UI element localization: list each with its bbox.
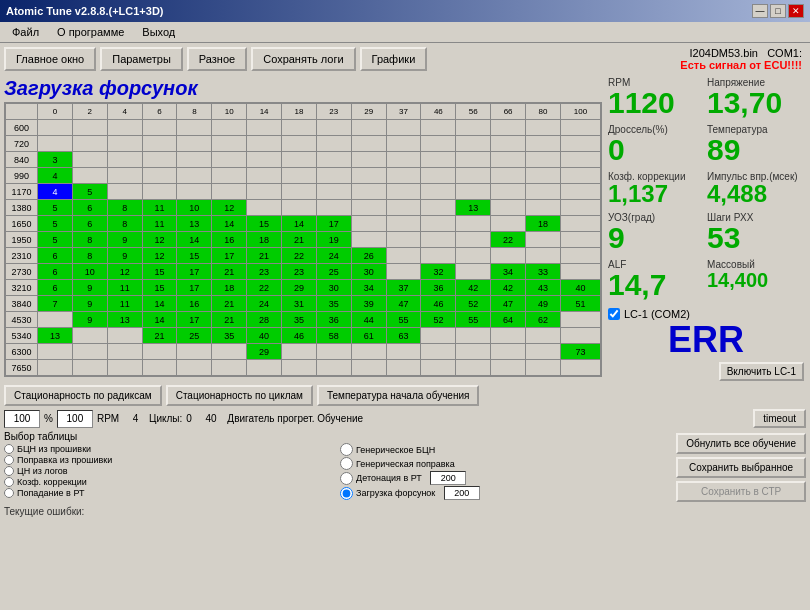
rpm-label-bottom: RPM bbox=[97, 413, 119, 424]
steps-block: Шаги РХХ 53 bbox=[707, 212, 804, 253]
rpm-value: 1120 bbox=[608, 88, 705, 118]
menu-about[interactable]: О программе bbox=[49, 24, 132, 40]
table-selection: Выбор таблицы БЦН из прошивки Поправка и… bbox=[4, 431, 332, 502]
engine-text: Двигатель прогрет. Обучение bbox=[227, 413, 363, 424]
right-panel: RPM 1120 Напряжение 13,70 Дроссель(%) 0 … bbox=[606, 75, 806, 383]
throttle-block: Дроссель(%) 0 bbox=[608, 124, 705, 165]
fuel-table: 0246810141823293746566680100600720840399… bbox=[5, 103, 601, 376]
cycles-value: 0 bbox=[186, 413, 192, 424]
action-buttons: Обнулить все обучение Сохранить выбранно… bbox=[676, 433, 806, 502]
radio-coeff[interactable]: Козф. коррекции bbox=[4, 477, 332, 487]
throttle-value: 0 bbox=[608, 135, 705, 165]
ecu-signal: Есть сигнал от ECU!!!! bbox=[680, 59, 802, 71]
correction-value: 1,137 bbox=[608, 182, 705, 206]
radio-group-left: БЦН из прошивки Поправка из прошивки ЦН … bbox=[4, 444, 332, 498]
radio-correction[interactable]: Поправка из прошивки bbox=[4, 455, 332, 465]
det-input1[interactable] bbox=[430, 471, 466, 485]
radio-load[interactable]: Загрузка форсунок bbox=[340, 486, 668, 500]
val-40: 40 bbox=[205, 413, 216, 424]
close-button[interactable]: ✕ bbox=[788, 4, 804, 18]
metrics-grid: RPM 1120 Напряжение 13,70 Дроссель(%) 0 … bbox=[608, 77, 804, 304]
radio-gen-bcn[interactable]: Генерическое БЦН bbox=[340, 443, 668, 456]
toolbar: Главное окно Параметры Разное Сохранять … bbox=[0, 43, 810, 75]
grid-container: 0246810141823293746566680100600720840399… bbox=[4, 102, 602, 377]
timeout-button[interactable]: timeout bbox=[753, 409, 806, 428]
right-options: Генерическое БЦН Генерическая поправка Д… bbox=[340, 431, 668, 502]
radio-gen-correction[interactable]: Генерическая поправка bbox=[340, 457, 668, 470]
pct-label: % bbox=[44, 413, 53, 424]
stationary-row: Стационарность по радиксам Стационарност… bbox=[4, 385, 806, 406]
errors-row: Текущие ошибки: bbox=[4, 506, 806, 517]
uoz-value: 9 bbox=[608, 223, 705, 253]
errors-label: Текущие ошибки: bbox=[4, 506, 84, 517]
params-button[interactable]: Параметры bbox=[100, 47, 183, 71]
bottom-section: Стационарность по радиксам Стационарност… bbox=[0, 383, 810, 519]
toolbar-info: I204DM53.bin COM1: Есть сигнал от ECU!!!… bbox=[680, 47, 806, 71]
temp-block: Температура 89 bbox=[707, 124, 804, 165]
voltage-block: Напряжение 13,70 bbox=[707, 77, 804, 118]
page-title: Загрузка форсунок bbox=[4, 77, 602, 100]
temp-button[interactable]: Температура начала обучения bbox=[317, 385, 480, 406]
lc1-checkbox[interactable] bbox=[608, 308, 620, 320]
lc1-enable-button[interactable]: Включить LC-1 bbox=[719, 362, 804, 381]
cycles-prefix: 4 bbox=[133, 413, 139, 424]
left-panel: Загрузка форсунок 0246810141823293746566… bbox=[4, 75, 602, 383]
alf-block: ALF 14,7 bbox=[608, 259, 705, 300]
main-window-button[interactable]: Главное окно bbox=[4, 47, 96, 71]
impulse-value: 4,488 bbox=[707, 182, 804, 206]
minimize-button[interactable]: — bbox=[752, 4, 768, 18]
save-logs-button[interactable]: Сохранять логи bbox=[251, 47, 355, 71]
mass-value: 14,400 bbox=[707, 270, 804, 290]
title-bar: Atomic Tune v2.8.8.(+LC1+3D) — □ ✕ bbox=[0, 0, 810, 22]
two-col-bottom: Выбор таблицы БЦН из прошивки Поправка и… bbox=[4, 431, 806, 502]
radio-cn-logs[interactable]: ЦН из логов bbox=[4, 466, 332, 476]
learning-row: % RPM 4 Циклы: 0 40 Двигатель прогрет. О… bbox=[4, 409, 806, 428]
steps-value: 53 bbox=[707, 223, 804, 253]
window-controls: — □ ✕ bbox=[752, 4, 804, 18]
temp-value: 89 bbox=[707, 135, 804, 165]
rpm-pct-input1[interactable] bbox=[4, 410, 40, 428]
main-area: Загрузка форсунок 0246810141823293746566… bbox=[0, 75, 810, 383]
window-title: Atomic Tune v2.8.8.(+LC1+3D) bbox=[6, 5, 164, 17]
radio-rt[interactable]: Попадание в РТ bbox=[4, 488, 332, 498]
graphs-button[interactable]: Графики bbox=[360, 47, 428, 71]
stat-rpm-button[interactable]: Стационарность по радиксам bbox=[4, 385, 162, 406]
impulse-block: Импульс впр.(мсек) 4,488 bbox=[707, 171, 804, 206]
voltage-value: 13,70 bbox=[707, 88, 804, 118]
stat-cycle-button[interactable]: Стационарность по циклам bbox=[166, 385, 313, 406]
mass-block: Массовый 14,400 bbox=[707, 259, 804, 300]
menu-exit[interactable]: Выход bbox=[134, 24, 183, 40]
radio-detonation[interactable]: Детонация в РТ bbox=[340, 471, 668, 485]
alf-value: 14,7 bbox=[608, 270, 705, 300]
correction-block: Козф. коррекции 1,137 bbox=[608, 171, 705, 206]
com-port: COM1: bbox=[767, 47, 802, 59]
radio-bcn[interactable]: БЦН из прошивки bbox=[4, 444, 332, 454]
cycles-label: Циклы: bbox=[149, 413, 182, 424]
uoz-block: УОЗ(град) 9 bbox=[608, 212, 705, 253]
save-stp-button[interactable]: Сохранить в СТР bbox=[676, 481, 806, 502]
file-name: I204DM53.bin bbox=[689, 47, 758, 59]
save-selected-button[interactable]: Сохранить выбранное bbox=[676, 457, 806, 478]
det-input2[interactable] bbox=[444, 486, 480, 500]
right-radio-group: Генерическое БЦН Генерическая поправка Д… bbox=[340, 443, 668, 500]
lc1-value: ERR bbox=[668, 319, 744, 360]
misc-button[interactable]: Разное bbox=[187, 47, 247, 71]
table-selection-title: Выбор таблицы bbox=[4, 431, 332, 442]
learn-all-button[interactable]: Обнулить все обучение bbox=[676, 433, 806, 454]
rpm-block: RPM 1120 bbox=[608, 77, 705, 118]
maximize-button[interactable]: □ bbox=[770, 4, 786, 18]
rpm-pct-input2[interactable] bbox=[57, 410, 93, 428]
menu-file[interactable]: Файл bbox=[4, 24, 47, 40]
menu-bar: Файл О программе Выход bbox=[0, 22, 810, 43]
